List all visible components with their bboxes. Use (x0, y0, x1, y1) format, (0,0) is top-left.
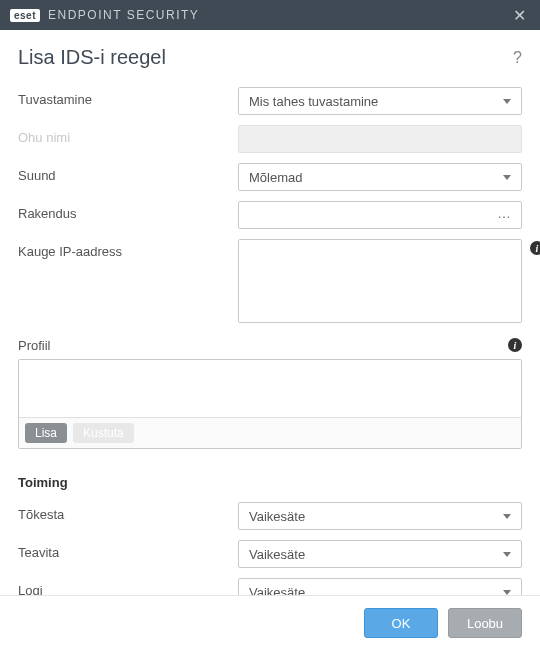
application-label: Rakendus (18, 201, 238, 221)
block-label: Tõkesta (18, 502, 238, 522)
remote-ip-textarea[interactable] (238, 239, 522, 323)
profile-add-button[interactable]: Lisa (25, 423, 67, 443)
notify-value: Vaikesäte (249, 547, 305, 562)
info-icon[interactable]: i (508, 338, 522, 352)
action-heading: Toiming (18, 475, 522, 490)
info-icon[interactable]: i (530, 241, 540, 255)
remote-ip-label: Kauge IP-aadress (18, 239, 238, 259)
detection-value: Mis tahes tuvastamine (249, 94, 378, 109)
threat-name-input (238, 125, 522, 153)
profile-list[interactable] (19, 360, 521, 417)
block-value: Vaikesäte (249, 509, 305, 524)
browse-icon[interactable]: … (497, 206, 511, 220)
block-select[interactable]: Vaikesäte (238, 502, 522, 530)
cancel-button[interactable]: Loobu (448, 608, 522, 638)
detection-label: Tuvastamine (18, 87, 238, 107)
titlebar: eset ENDPOINT SECURITY ✕ (0, 0, 540, 30)
threat-name-label: Ohu nimi (18, 125, 238, 145)
detection-select[interactable]: Mis tahes tuvastamine (238, 87, 522, 115)
direction-value: Mõlemad (249, 170, 302, 185)
notify-select[interactable]: Vaikesäte (238, 540, 522, 568)
direction-label: Suund (18, 163, 238, 183)
profile-delete-button[interactable]: Kustuta (73, 423, 134, 443)
help-icon[interactable]: ? (513, 49, 522, 67)
profile-label-text: Profiil (18, 338, 51, 353)
ok-button[interactable]: OK (364, 608, 438, 638)
application-input[interactable]: … (238, 201, 522, 229)
dialog-title: Lisa IDS-i reegel (18, 46, 513, 69)
profile-box: Lisa Kustuta (18, 359, 522, 449)
profile-label: Profiil i (18, 338, 522, 353)
dialog-content: Lisa IDS-i reegel ? Tuvastamine Mis tahe… (0, 30, 540, 632)
close-icon[interactable]: ✕ (509, 6, 530, 25)
direction-select[interactable]: Mõlemad (238, 163, 522, 191)
footer: OK Loobu (0, 595, 540, 650)
brand-logo: eset (10, 9, 40, 22)
notify-label: Teavita (18, 540, 238, 560)
brand-text: ENDPOINT SECURITY (48, 8, 199, 22)
